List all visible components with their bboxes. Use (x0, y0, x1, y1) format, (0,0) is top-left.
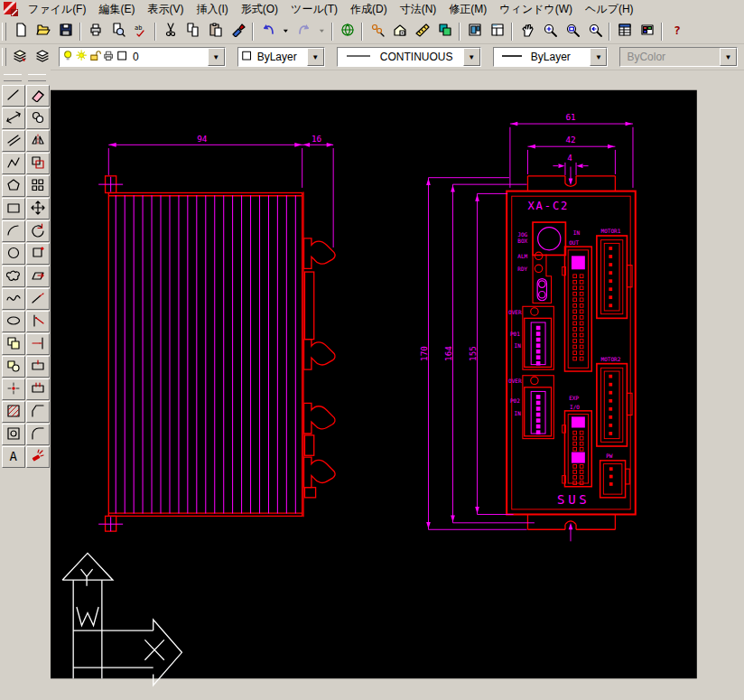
modify-break-button[interactable] (26, 378, 50, 400)
layouts-button[interactable] (463, 21, 486, 42)
design-center-button[interactable] (636, 21, 658, 42)
undo-button[interactable] (256, 21, 279, 42)
draw-rectangle-button[interactable] (2, 198, 25, 219)
draw-point-button[interactable] (2, 378, 25, 400)
modify-fillet-button[interactable] (26, 424, 50, 445)
modify-chamfer-button[interactable] (26, 401, 50, 423)
draw-line-button[interactable] (2, 85, 25, 107)
redo-options[interactable] (315, 21, 329, 42)
menu-window[interactable]: ウィンドウ(W) (493, 0, 579, 19)
svg-text:IN: IN (573, 229, 581, 236)
quick-select-button[interactable] (388, 21, 411, 42)
draw-make-block-button[interactable] (2, 356, 25, 378)
draw-multiline-text-button[interactable]: A (2, 446, 25, 468)
menu-format[interactable]: 形式(O) (235, 0, 284, 19)
toolbar-grip[interactable] (2, 23, 6, 41)
help-button[interactable]: ? (665, 21, 688, 42)
draw-ellipse-button[interactable] (2, 311, 25, 332)
lineweight-dropdown-arrow[interactable]: ▼ (590, 48, 607, 66)
layer-chip-icon[interactable] (116, 50, 129, 65)
insert-hyperlink-icon (340, 23, 355, 40)
draw-region-button[interactable] (2, 424, 25, 445)
linetype-combo[interactable]: CONTINUOUS▼ (337, 47, 481, 67)
zoom-previous-button[interactable] (583, 21, 606, 42)
draw-revision-cloud-button[interactable] (2, 266, 25, 287)
print-preview-button[interactable] (107, 21, 129, 42)
plotstyle-value: ByColor (623, 51, 720, 63)
modify-toolbar-grip[interactable] (28, 74, 46, 81)
modify-rotate-button[interactable] (26, 220, 50, 242)
draw-multiline-button[interactable] (2, 130, 25, 152)
zoom-realtime-button[interactable] (538, 21, 561, 42)
lineweight-combo[interactable]: ByLayer▼ (493, 47, 609, 67)
menu-modify[interactable]: 修正(M) (442, 0, 493, 19)
draw-construction-line-button[interactable] (2, 107, 25, 129)
draw-polyline-button[interactable] (2, 153, 25, 174)
snap-tracking-button[interactable] (366, 21, 388, 42)
draw-spline-button[interactable] (2, 288, 25, 310)
drawing-canvas[interactable]: 94 16 (51, 69, 744, 700)
linetype-dropdown-arrow[interactable]: ▼ (463, 48, 480, 66)
redo-button[interactable] (293, 21, 315, 42)
menu-insert[interactable]: 挿入(I) (190, 0, 234, 19)
layers-button[interactable] (32, 46, 54, 68)
layer-unlock-icon[interactable] (89, 50, 102, 65)
modify-mirror-button[interactable] (26, 130, 50, 152)
color-combo[interactable]: ByLayer▼ (237, 47, 325, 67)
svg-text:ab: ab (135, 24, 142, 32)
modify-explode-button[interactable] (26, 446, 50, 468)
modify-erase-button[interactable] (26, 85, 50, 107)
layer-combo[interactable]: 0▼ (59, 47, 226, 67)
named-views-button[interactable] (486, 21, 508, 42)
menu-file[interactable]: ファイル(F) (22, 0, 92, 19)
modify-offset-button[interactable] (26, 153, 50, 174)
modify-copy-object-button[interactable] (26, 107, 50, 129)
modify-lengthen-button[interactable] (26, 288, 50, 310)
color-dropdown-arrow[interactable]: ▼ (307, 48, 324, 66)
color-swatch-icon (438, 23, 452, 40)
draw-hatch-button[interactable] (2, 401, 25, 423)
modify-move-button[interactable] (26, 198, 50, 219)
zoom-window-button[interactable] (561, 21, 583, 42)
modify-trim-button[interactable] (26, 311, 50, 332)
draw-arc-button[interactable] (2, 220, 25, 242)
spelling-button[interactable]: ab (129, 21, 152, 42)
pan-button[interactable] (516, 21, 538, 42)
make-layer-current-button[interactable] (9, 46, 32, 68)
new-button[interactable] (9, 21, 32, 42)
revision-cloud-icon (6, 268, 21, 285)
insert-hyperlink-button[interactable] (336, 21, 358, 42)
layer-bulb-icon[interactable] (62, 50, 75, 65)
modify-stretch-button[interactable] (26, 266, 50, 287)
menu-view[interactable]: 表示(V) (141, 0, 190, 19)
undo-options[interactable] (279, 21, 293, 42)
draw-insert-block-button[interactable] (2, 333, 25, 355)
copy-button[interactable] (181, 21, 204, 42)
draw-polygon-button[interactable] (2, 175, 25, 197)
modify-array-button[interactable] (26, 175, 50, 197)
color-swatch-button[interactable] (433, 21, 456, 42)
match-properties-button[interactable] (227, 21, 249, 42)
menu-help[interactable]: ヘルプ(H) (579, 0, 640, 19)
cut-button[interactable] (159, 21, 181, 42)
layer-dropdown-arrow[interactable]: ▼ (208, 48, 225, 66)
menu-draw[interactable]: 作成(D) (344, 0, 394, 19)
distance-button[interactable] (411, 21, 433, 42)
draw-circle-button[interactable] (2, 243, 25, 265)
draw-toolbar-grip[interactable] (4, 74, 22, 81)
menu-tools[interactable]: ツール(T) (284, 0, 344, 19)
layer-sun-icon[interactable] (76, 50, 88, 65)
modify-break-at-point-button[interactable] (26, 356, 50, 378)
modify-extend-button[interactable] (26, 333, 50, 355)
paste-button[interactable] (204, 21, 227, 42)
print-button[interactable] (84, 21, 107, 42)
save-button[interactable] (54, 21, 77, 42)
open-button[interactable] (32, 21, 54, 42)
print-preview-icon (111, 23, 126, 40)
menu-dimension[interactable]: 寸法(N) (394, 0, 443, 19)
toolbar-grip[interactable] (2, 48, 6, 66)
layer-plot-icon[interactable] (103, 50, 116, 65)
modify-scale-button[interactable] (26, 243, 50, 265)
properties-button[interactable] (613, 21, 636, 42)
menu-edit[interactable]: 編集(E) (92, 0, 141, 19)
